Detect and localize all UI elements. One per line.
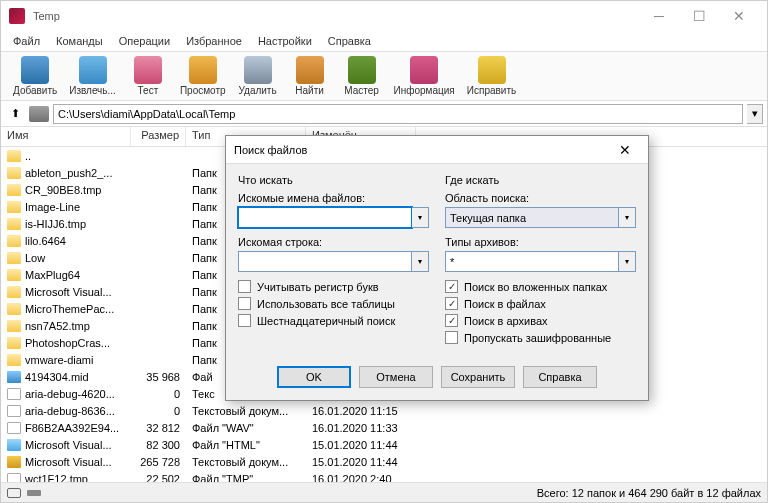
string-dropdown[interactable]: ▾ (412, 251, 429, 272)
file-name: F86B2AA392E94... (25, 422, 119, 434)
toolbar-test-button[interactable]: Тест (122, 54, 174, 98)
toolbar-view-button[interactable]: Просмотр (174, 54, 232, 98)
list-item[interactable]: Microsoft Visual...265 728Текстовый доку… (1, 453, 767, 470)
menu-commands[interactable]: Команды (48, 33, 111, 49)
toolbar-label: Найти (295, 85, 324, 96)
file-name: lilo.6464 (25, 235, 66, 247)
toolbar-label: Мастер (344, 85, 379, 96)
file-type: Текстовый докум... (186, 405, 306, 417)
checkbox-option[interactable]: Пропускать зашифрованные (445, 331, 636, 344)
file-icon (7, 252, 21, 264)
file-icon (7, 439, 21, 451)
lock-icon[interactable] (7, 488, 21, 498)
toolbar-delete-button[interactable]: Удалить (232, 54, 284, 98)
checkbox-icon: ✓ (445, 314, 458, 327)
checkbox-option[interactable]: ✓Поиск в архивах (445, 314, 636, 327)
filenames-dropdown[interactable]: ▾ (412, 207, 429, 228)
toolbar-repair-button[interactable]: Исправить (461, 54, 522, 98)
file-name: PhotoshopCras... (25, 337, 110, 349)
group-what: Что искать (238, 174, 429, 186)
app-icon (9, 8, 25, 24)
dialog-title: Поиск файлов (234, 144, 610, 156)
checkbox-label: Пропускать зашифрованные (464, 332, 611, 344)
file-size: 82 300 (131, 439, 186, 451)
find-files-dialog: Поиск файлов ✕ Что искать Искомые имена … (225, 135, 649, 401)
toolbar-label: Тест (138, 85, 159, 96)
menu-help[interactable]: Справка (320, 33, 379, 49)
test-icon (134, 56, 162, 84)
checkbox-label: Поиск во вложенных папках (464, 281, 607, 293)
file-name: Microsoft Visual... (25, 439, 112, 451)
toolbar-wizard-button[interactable]: Мастер (336, 54, 388, 98)
menu-file[interactable]: Файл (5, 33, 48, 49)
checkbox-option[interactable]: Использовать все таблицы (238, 297, 429, 310)
checkbox-label: Учитывать регистр букв (257, 281, 379, 293)
file-name: ableton_push2_... (25, 167, 112, 179)
key-icon[interactable] (27, 490, 41, 496)
types-select[interactable]: * (445, 251, 619, 272)
list-item[interactable]: F86B2AA392E94...32 812Файл "WAV"16.01.20… (1, 419, 767, 436)
checkbox-option[interactable]: Учитывать регистр букв (238, 280, 429, 293)
wizard-icon (348, 56, 376, 84)
file-modified: 15.01.2020 11:44 (306, 456, 416, 468)
close-button[interactable]: ✕ (719, 1, 759, 31)
toolbar-label: Удалить (238, 85, 276, 96)
area-dropdown[interactable]: ▾ (619, 207, 636, 228)
checkbox-option[interactable]: ✓Поиск в файлах (445, 297, 636, 310)
file-icon (7, 320, 21, 332)
file-icon (7, 388, 21, 400)
file-icon (7, 405, 21, 417)
menu-options[interactable]: Настройки (250, 33, 320, 49)
up-button[interactable]: ⬆ (5, 104, 25, 124)
toolbar-info-button[interactable]: Информация (388, 54, 461, 98)
view-icon (189, 56, 217, 84)
checkbox-option[interactable]: Шестнадцатеричный поиск (238, 314, 429, 327)
toolbar-label: Информация (394, 85, 455, 96)
dialog-titlebar[interactable]: Поиск файлов ✕ (226, 136, 648, 164)
path-input[interactable] (53, 104, 743, 124)
file-name: Microsoft Visual... (25, 286, 112, 298)
checkbox-icon (238, 280, 251, 293)
file-modified: 16.01.2020 11:15 (306, 405, 416, 417)
menubar: Файл Команды Операции Избранное Настройк… (1, 31, 767, 51)
path-dropdown[interactable]: ▾ (747, 104, 763, 124)
menu-favorites[interactable]: Избранное (178, 33, 250, 49)
string-input[interactable] (238, 251, 412, 272)
maximize-button[interactable]: ☐ (679, 1, 719, 31)
file-name: MaxPlug64 (25, 269, 80, 281)
toolbar-add-button[interactable]: Добавить (7, 54, 63, 98)
list-item[interactable]: aria-debug-8636...0Текстовый докум...16.… (1, 402, 767, 419)
toolbar-label: Исправить (467, 85, 516, 96)
titlebar: Temp ─ ☐ ✕ (1, 1, 767, 31)
drive-icon[interactable] (29, 106, 49, 122)
file-name: Low (25, 252, 45, 264)
save-button[interactable]: Сохранить (441, 366, 515, 388)
filenames-input[interactable] (238, 207, 412, 228)
menu-operations[interactable]: Операции (111, 33, 178, 49)
file-name: Image-Line (25, 201, 80, 213)
checkbox-option[interactable]: ✓Поиск во вложенных папках (445, 280, 636, 293)
col-size[interactable]: Размер (131, 127, 186, 146)
dialog-close-button[interactable]: ✕ (610, 138, 640, 162)
file-size: 32 812 (131, 422, 186, 434)
minimize-button[interactable]: ─ (639, 1, 679, 31)
file-size: 0 (131, 388, 186, 400)
file-name: 4194304.mid (25, 371, 89, 383)
toolbar: ДобавитьИзвлечь...ТестПросмотрУдалитьНай… (1, 51, 767, 101)
ok-button[interactable]: OK (277, 366, 351, 388)
types-label: Типы архивов: (445, 236, 636, 248)
toolbar-find-button[interactable]: Найти (284, 54, 336, 98)
file-name: aria-debug-4620... (25, 388, 115, 400)
cancel-button[interactable]: Отмена (359, 366, 433, 388)
file-icon (7, 371, 21, 383)
file-icon (7, 201, 21, 213)
list-item[interactable]: Microsoft Visual...82 300Файл "HTML"15.0… (1, 436, 767, 453)
types-dropdown[interactable]: ▾ (619, 251, 636, 272)
file-icon (7, 337, 21, 349)
help-button[interactable]: Справка (523, 366, 597, 388)
toolbar-extract-button[interactable]: Извлечь... (63, 54, 122, 98)
area-select[interactable]: Текущая папка (445, 207, 619, 228)
col-name[interactable]: Имя (1, 127, 131, 146)
file-type: Текстовый докум... (186, 456, 306, 468)
addressbar: ⬆ ▾ (1, 101, 767, 127)
